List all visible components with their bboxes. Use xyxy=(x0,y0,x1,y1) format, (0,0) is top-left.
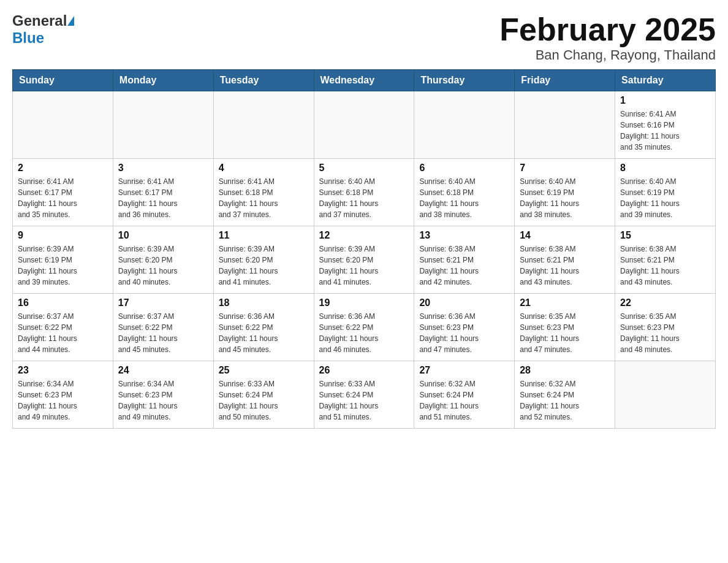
calendar-body: 1Sunrise: 6:41 AM Sunset: 6:16 PM Daylig… xyxy=(13,91,716,429)
day-of-week-header: Wednesday xyxy=(314,70,414,91)
day-number: 17 xyxy=(118,297,208,308)
calendar-day-cell: 8Sunrise: 6:40 AM Sunset: 6:19 PM Daylig… xyxy=(615,159,716,226)
day-number: 16 xyxy=(18,297,108,308)
day-number: 18 xyxy=(219,297,309,308)
logo-blue-text: Blue xyxy=(12,29,44,46)
day-info: Sunrise: 6:39 AM Sunset: 6:19 PM Dayligh… xyxy=(18,243,108,288)
day-info: Sunrise: 6:39 AM Sunset: 6:20 PM Dayligh… xyxy=(319,243,409,288)
logo-general-text: General xyxy=(12,12,67,29)
calendar-week-row: 9Sunrise: 6:39 AM Sunset: 6:19 PM Daylig… xyxy=(13,226,716,294)
day-number: 19 xyxy=(319,297,409,308)
calendar-day-cell: 18Sunrise: 6:36 AM Sunset: 6:22 PM Dayli… xyxy=(213,294,314,361)
day-info: Sunrise: 6:40 AM Sunset: 6:18 PM Dayligh… xyxy=(419,176,509,220)
day-number: 10 xyxy=(118,230,208,241)
days-of-week-row: SundayMondayTuesdayWednesdayThursdayFrid… xyxy=(13,70,716,91)
day-info: Sunrise: 6:41 AM Sunset: 6:17 PM Dayligh… xyxy=(18,176,108,220)
day-info: Sunrise: 6:39 AM Sunset: 6:20 PM Dayligh… xyxy=(219,243,309,288)
calendar-day-cell xyxy=(213,91,314,159)
day-number: 4 xyxy=(219,163,309,174)
day-number: 15 xyxy=(620,230,710,241)
day-number: 2 xyxy=(18,163,108,174)
calendar-day-cell: 9Sunrise: 6:39 AM Sunset: 6:19 PM Daylig… xyxy=(13,226,113,294)
page-header: General Blue February 2025 Ban Chang, Ra… xyxy=(12,12,716,63)
calendar-day-cell: 21Sunrise: 6:35 AM Sunset: 6:23 PM Dayli… xyxy=(515,294,615,361)
calendar-day-cell: 20Sunrise: 6:36 AM Sunset: 6:23 PM Dayli… xyxy=(414,294,515,361)
day-info: Sunrise: 6:36 AM Sunset: 6:23 PM Dayligh… xyxy=(419,311,509,355)
day-number: 9 xyxy=(18,230,108,241)
calendar-week-row: 2Sunrise: 6:41 AM Sunset: 6:17 PM Daylig… xyxy=(13,159,716,226)
calendar-day-cell xyxy=(13,91,113,159)
day-number: 14 xyxy=(520,230,610,241)
day-info: Sunrise: 6:38 AM Sunset: 6:21 PM Dayligh… xyxy=(620,243,710,288)
day-number: 25 xyxy=(219,365,309,376)
day-number: 1 xyxy=(620,95,710,106)
calendar-week-row: 23Sunrise: 6:34 AM Sunset: 6:23 PM Dayli… xyxy=(13,361,716,429)
calendar-day-cell xyxy=(414,91,515,159)
calendar-day-cell: 4Sunrise: 6:41 AM Sunset: 6:18 PM Daylig… xyxy=(213,159,314,226)
day-info: Sunrise: 6:38 AM Sunset: 6:21 PM Dayligh… xyxy=(419,243,509,288)
day-info: Sunrise: 6:41 AM Sunset: 6:18 PM Dayligh… xyxy=(219,176,309,220)
calendar-week-row: 16Sunrise: 6:37 AM Sunset: 6:22 PM Dayli… xyxy=(13,294,716,361)
day-number: 20 xyxy=(419,297,509,308)
day-number: 13 xyxy=(419,230,509,241)
calendar-day-cell: 19Sunrise: 6:36 AM Sunset: 6:22 PM Dayli… xyxy=(314,294,414,361)
day-of-week-header: Sunday xyxy=(13,70,113,91)
calendar-day-cell: 6Sunrise: 6:40 AM Sunset: 6:18 PM Daylig… xyxy=(414,159,515,226)
calendar-day-cell xyxy=(314,91,414,159)
day-number: 23 xyxy=(18,365,108,376)
page-title: February 2025 xyxy=(499,12,716,47)
calendar-week-row: 1Sunrise: 6:41 AM Sunset: 6:16 PM Daylig… xyxy=(13,91,716,159)
day-info: Sunrise: 6:32 AM Sunset: 6:24 PM Dayligh… xyxy=(520,378,610,423)
calendar-day-cell xyxy=(113,91,213,159)
day-of-week-header: Tuesday xyxy=(213,70,314,91)
calendar-day-cell xyxy=(515,91,615,159)
day-info: Sunrise: 6:34 AM Sunset: 6:23 PM Dayligh… xyxy=(118,378,208,423)
title-block: February 2025 Ban Chang, Rayong, Thailan… xyxy=(499,12,716,63)
calendar-header: SundayMondayTuesdayWednesdayThursdayFrid… xyxy=(13,70,716,91)
calendar-day-cell: 24Sunrise: 6:34 AM Sunset: 6:23 PM Dayli… xyxy=(113,361,213,429)
logo-triangle-icon xyxy=(67,16,74,26)
calendar-day-cell: 17Sunrise: 6:37 AM Sunset: 6:22 PM Dayli… xyxy=(113,294,213,361)
logo: General Blue xyxy=(12,12,74,47)
calendar-day-cell: 23Sunrise: 6:34 AM Sunset: 6:23 PM Dayli… xyxy=(13,361,113,429)
day-number: 11 xyxy=(219,230,309,241)
day-info: Sunrise: 6:35 AM Sunset: 6:23 PM Dayligh… xyxy=(620,311,710,355)
day-number: 24 xyxy=(118,365,208,376)
day-info: Sunrise: 6:36 AM Sunset: 6:22 PM Dayligh… xyxy=(319,311,409,355)
day-info: Sunrise: 6:40 AM Sunset: 6:18 PM Dayligh… xyxy=(319,176,409,220)
day-number: 5 xyxy=(319,163,409,174)
page-subtitle: Ban Chang, Rayong, Thailand xyxy=(499,47,716,63)
calendar-day-cell: 12Sunrise: 6:39 AM Sunset: 6:20 PM Dayli… xyxy=(314,226,414,294)
calendar-day-cell: 13Sunrise: 6:38 AM Sunset: 6:21 PM Dayli… xyxy=(414,226,515,294)
calendar-day-cell: 5Sunrise: 6:40 AM Sunset: 6:18 PM Daylig… xyxy=(314,159,414,226)
day-number: 27 xyxy=(419,365,509,376)
day-of-week-header: Friday xyxy=(515,70,615,91)
day-info: Sunrise: 6:35 AM Sunset: 6:23 PM Dayligh… xyxy=(520,311,610,355)
calendar-day-cell xyxy=(615,361,716,429)
day-number: 26 xyxy=(319,365,409,376)
calendar-table: SundayMondayTuesdayWednesdayThursdayFrid… xyxy=(12,69,716,429)
day-number: 7 xyxy=(520,163,610,174)
day-number: 3 xyxy=(118,163,208,174)
day-info: Sunrise: 6:40 AM Sunset: 6:19 PM Dayligh… xyxy=(520,176,610,220)
calendar-day-cell: 11Sunrise: 6:39 AM Sunset: 6:20 PM Dayli… xyxy=(213,226,314,294)
day-of-week-header: Thursday xyxy=(414,70,515,91)
day-info: Sunrise: 6:41 AM Sunset: 6:17 PM Dayligh… xyxy=(118,176,208,220)
day-info: Sunrise: 6:37 AM Sunset: 6:22 PM Dayligh… xyxy=(18,311,108,355)
day-info: Sunrise: 6:33 AM Sunset: 6:24 PM Dayligh… xyxy=(319,378,409,423)
calendar-day-cell: 16Sunrise: 6:37 AM Sunset: 6:22 PM Dayli… xyxy=(13,294,113,361)
day-info: Sunrise: 6:36 AM Sunset: 6:22 PM Dayligh… xyxy=(219,311,309,355)
calendar-day-cell: 25Sunrise: 6:33 AM Sunset: 6:24 PM Dayli… xyxy=(213,361,314,429)
day-number: 12 xyxy=(319,230,409,241)
calendar-day-cell: 2Sunrise: 6:41 AM Sunset: 6:17 PM Daylig… xyxy=(13,159,113,226)
calendar-day-cell: 28Sunrise: 6:32 AM Sunset: 6:24 PM Dayli… xyxy=(515,361,615,429)
calendar-day-cell: 1Sunrise: 6:41 AM Sunset: 6:16 PM Daylig… xyxy=(615,91,716,159)
day-info: Sunrise: 6:41 AM Sunset: 6:16 PM Dayligh… xyxy=(620,109,710,153)
calendar-day-cell: 10Sunrise: 6:39 AM Sunset: 6:20 PM Dayli… xyxy=(113,226,213,294)
day-number: 28 xyxy=(520,365,610,376)
day-of-week-header: Monday xyxy=(113,70,213,91)
day-info: Sunrise: 6:38 AM Sunset: 6:21 PM Dayligh… xyxy=(520,243,610,288)
calendar-day-cell: 26Sunrise: 6:33 AM Sunset: 6:24 PM Dayli… xyxy=(314,361,414,429)
calendar-day-cell: 7Sunrise: 6:40 AM Sunset: 6:19 PM Daylig… xyxy=(515,159,615,226)
day-info: Sunrise: 6:32 AM Sunset: 6:24 PM Dayligh… xyxy=(419,378,509,423)
